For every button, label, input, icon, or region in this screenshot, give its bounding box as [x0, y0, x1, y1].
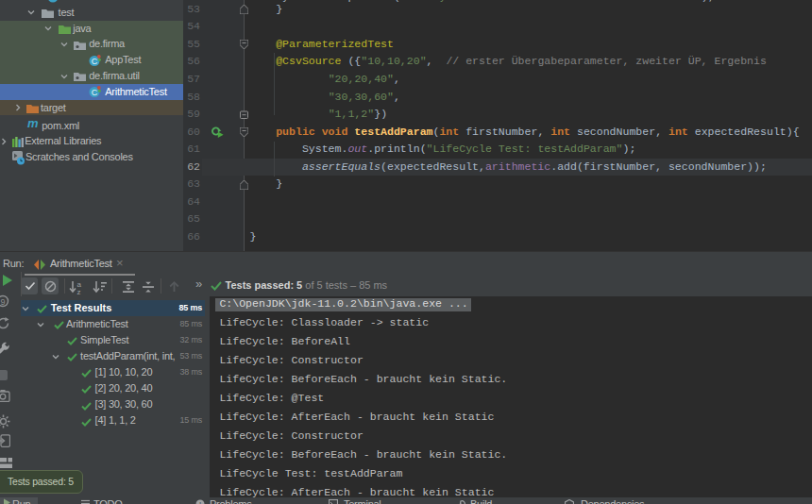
- svg-text:C: C: [92, 88, 98, 97]
- svg-text:C: C: [92, 57, 98, 66]
- svg-text:z: z: [77, 288, 81, 295]
- svg-text:9: 9: [0, 297, 5, 307]
- svg-text:!: !: [199, 500, 201, 504]
